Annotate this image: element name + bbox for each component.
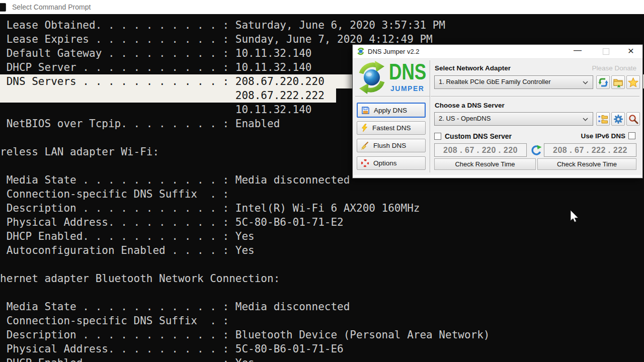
- console-line: DHCP Enabled. . . . . . . . . . . : Yes: [0, 229, 644, 243]
- console-line: Physical Address. . . . . . . . . : 5C-8…: [0, 215, 644, 229]
- console-line: Description . . . . . . . . . . . : Inte…: [0, 201, 644, 215]
- refresh-arrows-icon: [598, 77, 609, 88]
- network-adapter-dropdown[interactable]: 1. Realtek PCIe GbE Family Controller: [434, 75, 593, 89]
- console-line: Connection-specific DNS Suffix . :: [0, 187, 644, 201]
- choose-dns-label: Choose a DNS Server: [435, 102, 505, 109]
- settings-button[interactable]: [611, 112, 625, 126]
- mouse-cursor: [570, 210, 581, 225]
- preferred-dns-field[interactable]: 208 . 67 . 220 . 220: [434, 143, 527, 157]
- dns-jumper-logo-icon: [354, 60, 389, 95]
- chevron-down-icon: [583, 81, 588, 84]
- ipv6-label: Use IPv6 DNS: [581, 132, 625, 140]
- apply-dns-button[interactable]: Apply DNS: [357, 103, 426, 118]
- separator-horizontal: [355, 96, 639, 97]
- open-folder-button[interactable]: [611, 75, 625, 89]
- console-line: Connection-specific DNS Suffix . :: [0, 314, 644, 328]
- dns-server-selected: 2. US - OpenDNS: [439, 115, 491, 122]
- fastest-dns-label: Fastest DNS: [372, 124, 411, 132]
- server-list-button[interactable]: [596, 112, 610, 126]
- console-line: Media State . . . . . . . . . . . : Medi…: [0, 300, 644, 314]
- cmd-window-title: Select Command Prompt: [12, 3, 91, 11]
- swap-dns-icon[interactable]: [529, 144, 542, 157]
- maximize-button: [596, 45, 615, 58]
- logo-text-dns: DNS: [389, 60, 426, 83]
- dnsj-titlebar[interactable]: DNS Jumper v2.2 — ×: [353, 45, 642, 59]
- please-donate-link[interactable]: Please Donate: [592, 64, 636, 72]
- lifebuoy-icon: [361, 159, 369, 167]
- select-adapter-label: Select Network Adapter: [435, 64, 511, 72]
- console-line: hernet adapter Bluetooth Network Connect…: [0, 272, 644, 286]
- console-line: [0, 286, 644, 300]
- separator-vertical: [430, 60, 431, 172]
- dnsj-window-title: DNS Jumper v2.2: [368, 48, 420, 55]
- flush-dns-label: Flush DNS: [373, 142, 406, 149]
- check-resolve-time-left-button[interactable]: Check Resolve Time: [434, 158, 536, 170]
- options-label: Options: [373, 159, 397, 167]
- broom-icon: [361, 141, 369, 150]
- console-line: Lease Obtained. . . . . . . . . . : Satu…: [0, 18, 644, 32]
- cmd-titlebar[interactable]: Select Command Prompt: [0, 0, 644, 14]
- check-resolve-time-right-button[interactable]: Check Resolve Time: [537, 158, 636, 170]
- save-floppy-icon: [361, 106, 370, 115]
- folder-icon: [613, 77, 624, 87]
- window-bottom-bevel: [354, 175, 641, 177]
- console-line: Autoconfiguration Enabled . . . . : Yes: [0, 243, 644, 257]
- console-line: [0, 257, 644, 272]
- gear-icon: [613, 114, 624, 125]
- star-icon: [628, 77, 638, 87]
- dns-jumper-window: DNS Jumper v2.2 — × DNS JUMPER A: [352, 44, 643, 178]
- logo-text-jumper: JUMPER: [390, 84, 424, 93]
- flush-dns-button[interactable]: Flush DNS: [357, 139, 426, 152]
- folder-list-icon: [598, 114, 609, 124]
- close-button[interactable]: ×: [621, 45, 640, 58]
- custom-dns-label: Custom DNS Server: [445, 132, 512, 140]
- search-button[interactable]: [626, 112, 640, 126]
- dns-jumper-app-icon: [357, 47, 365, 55]
- lightning-icon: [361, 124, 368, 132]
- cmd-icon: [0, 3, 6, 12]
- apply-dns-label: Apply DNS: [374, 107, 407, 114]
- ipv6-checkbox[interactable]: [628, 132, 635, 139]
- network-adapter-selected: 1. Realtek PCIe GbE Family Controller: [439, 78, 551, 85]
- chevron-down-icon: [583, 118, 588, 121]
- alternate-dns-field[interactable]: 208 . 67 . 222 . 222: [544, 143, 636, 157]
- console-line: DHCP Enabled. . . . . . . . . . . : Yes: [0, 356, 644, 362]
- console-line: Physical Address. . . . . . . . . : 5C-8…: [0, 342, 644, 356]
- dns-server-dropdown[interactable]: 2. US - OpenDNS: [434, 112, 593, 126]
- favorites-button[interactable]: [626, 75, 640, 89]
- console-line: Description . . . . . . . . . . . : Blue…: [0, 328, 644, 342]
- maximize-icon: [603, 48, 609, 55]
- refresh-adapters-button[interactable]: [596, 75, 610, 89]
- fastest-dns-button[interactable]: Fastest DNS: [357, 121, 426, 135]
- options-button[interactable]: Options: [357, 156, 426, 170]
- custom-dns-checkbox[interactable]: [434, 133, 441, 140]
- minimize-button[interactable]: —: [568, 45, 587, 58]
- magnifier-icon: [628, 114, 639, 125]
